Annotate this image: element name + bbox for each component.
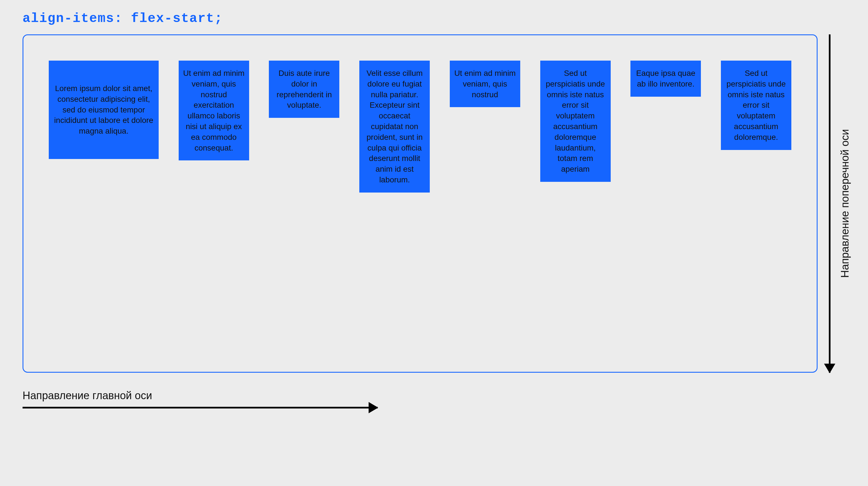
main-axis-label: Направление главной оси: [23, 390, 378, 402]
cross-axis-label: Направление поперечной оси: [839, 129, 851, 278]
diagram-title: align-items: flex-start;: [23, 11, 851, 26]
flex-item: Ut enim ad minim veniam, quis nostrud: [450, 61, 520, 107]
flex-item: Duis aute irure dolor in reprehenderit i…: [269, 61, 339, 118]
flex-item: Lorem ipsum dolor sit amet, consectetur …: [49, 61, 159, 159]
flex-item: Ut enim ad minim veniam, quis nostrud ex…: [179, 61, 249, 160]
flex-item: Sed ut perspiciatis unde omnis iste natu…: [721, 61, 792, 150]
diagram-stage: Lorem ipsum dolor sit amet, consectetur …: [23, 34, 851, 373]
arrow-down-icon: [829, 34, 831, 373]
flex-item: Sed ut perspiciatis unde omnis iste natu…: [540, 61, 611, 182]
flex-item: Velit esse cillum dolore eu fugiat nulla…: [359, 61, 430, 192]
arrow-right-icon: [23, 407, 378, 408]
cross-axis-indicator: Направление поперечной оси: [829, 34, 851, 373]
main-axis-indicator: Направление главной оси: [23, 390, 378, 408]
flex-container: Lorem ipsum dolor sit amet, consectetur …: [23, 34, 817, 373]
flex-item: Eaque ipsa quae ab illo inventore.: [630, 61, 701, 97]
